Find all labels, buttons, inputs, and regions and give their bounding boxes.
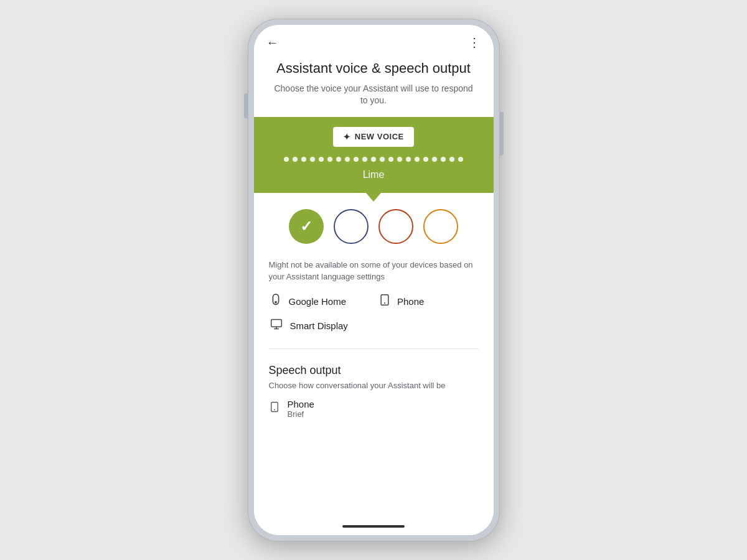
dot-6: [327, 157, 332, 162]
color-navy[interactable]: [334, 209, 369, 244]
phone-screen: ← ⋮ Assistant voice & speech output Choo…: [254, 25, 494, 535]
svg-point-1: [275, 301, 277, 304]
speech-device-setting: Brief: [288, 409, 314, 419]
dot-15: [406, 157, 411, 162]
dot-7: [336, 157, 341, 162]
dot-21: [458, 157, 463, 162]
more-menu-button[interactable]: ⋮: [468, 35, 481, 50]
section-divider: [269, 348, 479, 349]
page-title: Assistant voice & speech output: [273, 60, 475, 78]
smart-display-label: Smart Display: [290, 320, 348, 331]
speech-device-info: Phone Brief: [288, 399, 314, 419]
voice-dots: [266, 157, 481, 162]
dot-13: [388, 157, 393, 162]
device-google-home: Google Home: [269, 293, 369, 310]
screen-content: ← ⋮ Assistant voice & speech output Choo…: [254, 25, 494, 535]
back-button[interactable]: ←: [266, 35, 279, 50]
dot-3: [301, 157, 306, 162]
svg-rect-4: [271, 319, 281, 327]
new-voice-label: NEW VOICE: [355, 132, 404, 141]
speech-device-item[interactable]: Phone Brief: [269, 399, 479, 419]
dot-11: [371, 157, 376, 162]
voice-name: Lime: [266, 169, 481, 180]
device-smart-display: Smart Display: [254, 318, 494, 343]
dot-2: [293, 157, 298, 162]
bottom-bar: [254, 518, 494, 535]
dot-16: [415, 157, 420, 162]
top-bar: ← ⋮: [254, 25, 494, 55]
speech-output-subtitle: Choose how conversational your Assistant…: [269, 381, 479, 390]
dot-12: [380, 157, 385, 162]
spacer: [254, 426, 494, 518]
home-indicator: [342, 525, 405, 528]
device-list: Google Home Phone: [254, 293, 494, 318]
color-rust[interactable]: [378, 209, 413, 244]
new-voice-button[interactable]: ✦ NEW VOICE: [333, 127, 413, 147]
monitor-icon: [269, 318, 284, 334]
dot-19: [441, 157, 446, 162]
phone-shell: ← ⋮ Assistant voice & speech output Choo…: [248, 19, 500, 541]
dot-14: [397, 157, 402, 162]
dot-4: [310, 157, 315, 162]
dot-5: [319, 157, 324, 162]
speech-output-section: Speech output Choose how conversational …: [254, 354, 494, 426]
speech-phone-icon: [269, 400, 280, 417]
availability-note: Might not be available on some of your d…: [254, 254, 494, 293]
google-home-label: Google Home: [289, 296, 347, 307]
sparkle-icon: ✦: [343, 132, 351, 142]
dot-10: [362, 157, 367, 162]
dot-8: [345, 157, 350, 162]
dot-18: [432, 157, 437, 162]
color-picker: ✓: [254, 202, 494, 254]
checkmark-icon: ✓: [300, 218, 312, 235]
device-phone: Phone: [378, 293, 479, 310]
dot-9: [354, 157, 359, 162]
phone-icon: [378, 293, 391, 310]
color-lime[interactable]: ✓: [289, 209, 324, 244]
page-subtitle: Choose the voice your Assistant will use…: [273, 83, 475, 107]
dot-17: [423, 157, 428, 162]
speaker-icon: [269, 293, 283, 310]
voice-selector-panel: ✦ NEW VOICE: [254, 117, 494, 193]
color-orange[interactable]: [423, 209, 458, 244]
phone-label: Phone: [397, 296, 424, 307]
title-section: Assistant voice & speech output Choose t…: [254, 55, 494, 117]
voice-pointer: [366, 193, 381, 202]
speech-output-title: Speech output: [269, 364, 479, 377]
dot-20: [449, 157, 454, 162]
speech-device-name: Phone: [288, 399, 314, 409]
dot-1: [284, 157, 289, 162]
